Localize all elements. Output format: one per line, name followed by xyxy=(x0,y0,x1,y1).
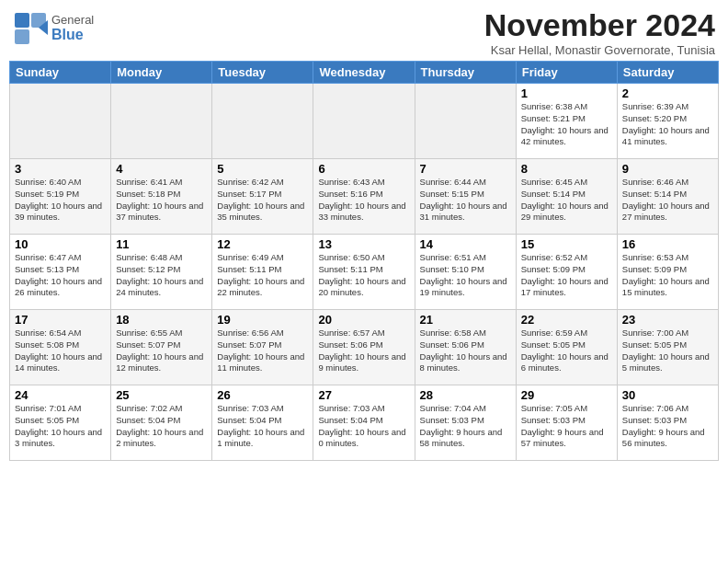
general-blue-icon xyxy=(13,11,48,46)
day-cell-26: 26Sunrise: 7:03 AM Sunset: 5:04 PM Dayli… xyxy=(212,385,313,461)
day-number: 29 xyxy=(521,388,612,402)
day-info: Sunrise: 7:02 AM Sunset: 5:04 PM Dayligh… xyxy=(116,403,207,450)
day-number: 17 xyxy=(15,313,106,327)
day-header-wednesday: Wednesday xyxy=(313,62,415,84)
month-title: November 2024 xyxy=(484,7,715,43)
day-cell-29: 29Sunrise: 7:05 AM Sunset: 5:03 PM Dayli… xyxy=(516,385,617,461)
day-number: 6 xyxy=(318,162,409,176)
day-info: Sunrise: 6:48 AM Sunset: 5:12 PM Dayligh… xyxy=(116,252,207,299)
day-number: 4 xyxy=(116,162,207,176)
empty-cell xyxy=(313,84,415,159)
day-info: Sunrise: 6:43 AM Sunset: 5:16 PM Dayligh… xyxy=(318,177,409,224)
svg-rect-0 xyxy=(15,13,29,28)
day-info: Sunrise: 6:38 AM Sunset: 5:21 PM Dayligh… xyxy=(521,101,612,148)
day-number: 28 xyxy=(420,388,511,402)
logo-general-text: General xyxy=(51,14,94,27)
day-number: 23 xyxy=(622,313,713,327)
day-number: 2 xyxy=(622,86,713,100)
day-header-monday: Monday xyxy=(111,62,212,84)
day-cell-4: 4Sunrise: 6:41 AM Sunset: 5:18 PM Daylig… xyxy=(111,159,212,235)
day-info: Sunrise: 6:46 AM Sunset: 5:14 PM Dayligh… xyxy=(622,177,713,224)
day-cell-22: 22Sunrise: 6:59 AM Sunset: 5:05 PM Dayli… xyxy=(516,310,617,385)
location-title: Ksar Hellal, Monastir Governorate, Tunis… xyxy=(484,43,715,57)
logo-blue-text: Blue xyxy=(51,27,94,43)
logo: General Blue xyxy=(13,11,94,46)
day-info: Sunrise: 6:54 AM Sunset: 5:08 PM Dayligh… xyxy=(15,327,106,374)
day-cell-16: 16Sunrise: 6:53 AM Sunset: 5:09 PM Dayli… xyxy=(617,235,718,310)
day-number: 22 xyxy=(521,313,612,327)
svg-rect-2 xyxy=(15,29,29,44)
day-cell-11: 11Sunrise: 6:48 AM Sunset: 5:12 PM Dayli… xyxy=(111,235,212,310)
day-cell-7: 7Sunrise: 6:44 AM Sunset: 5:15 PM Daylig… xyxy=(415,159,516,235)
day-cell-13: 13Sunrise: 6:50 AM Sunset: 5:11 PM Dayli… xyxy=(313,235,415,310)
day-cell-24: 24Sunrise: 7:01 AM Sunset: 5:05 PM Dayli… xyxy=(10,385,111,461)
day-info: Sunrise: 6:41 AM Sunset: 5:18 PM Dayligh… xyxy=(116,177,207,224)
empty-cell xyxy=(111,84,212,159)
day-cell-1: 1Sunrise: 6:38 AM Sunset: 5:21 PM Daylig… xyxy=(516,84,617,159)
day-cell-10: 10Sunrise: 6:47 AM Sunset: 5:13 PM Dayli… xyxy=(10,235,111,310)
day-info: Sunrise: 6:58 AM Sunset: 5:06 PM Dayligh… xyxy=(420,327,511,374)
empty-cell xyxy=(10,84,111,159)
day-number: 15 xyxy=(521,237,612,251)
day-header-friday: Friday xyxy=(516,62,617,84)
day-info: Sunrise: 6:45 AM Sunset: 5:14 PM Dayligh… xyxy=(521,177,612,224)
day-number: 21 xyxy=(420,313,511,327)
empty-cell xyxy=(415,84,516,159)
day-number: 16 xyxy=(622,237,713,251)
day-cell-23: 23Sunrise: 7:00 AM Sunset: 5:05 PM Dayli… xyxy=(617,310,718,385)
day-number: 12 xyxy=(217,237,308,251)
day-cell-2: 2Sunrise: 6:39 AM Sunset: 5:20 PM Daylig… xyxy=(617,84,718,159)
day-cell-27: 27Sunrise: 7:03 AM Sunset: 5:04 PM Dayli… xyxy=(313,385,415,461)
day-number: 26 xyxy=(217,388,308,402)
day-info: Sunrise: 7:06 AM Sunset: 5:03 PM Dayligh… xyxy=(622,403,713,450)
day-header-saturday: Saturday xyxy=(617,62,718,84)
day-number: 25 xyxy=(116,388,207,402)
day-cell-9: 9Sunrise: 6:46 AM Sunset: 5:14 PM Daylig… xyxy=(617,159,718,235)
day-number: 14 xyxy=(420,237,511,251)
day-info: Sunrise: 6:47 AM Sunset: 5:13 PM Dayligh… xyxy=(15,252,106,299)
empty-cell xyxy=(212,84,313,159)
day-cell-12: 12Sunrise: 6:49 AM Sunset: 5:11 PM Dayli… xyxy=(212,235,313,310)
day-info: Sunrise: 6:42 AM Sunset: 5:17 PM Dayligh… xyxy=(217,177,308,224)
day-number: 5 xyxy=(217,162,308,176)
day-info: Sunrise: 6:50 AM Sunset: 5:11 PM Dayligh… xyxy=(318,252,409,299)
day-cell-28: 28Sunrise: 7:04 AM Sunset: 5:03 PM Dayli… xyxy=(415,385,516,461)
day-info: Sunrise: 6:40 AM Sunset: 5:19 PM Dayligh… xyxy=(15,177,106,224)
day-cell-21: 21Sunrise: 6:58 AM Sunset: 5:06 PM Dayli… xyxy=(415,310,516,385)
day-info: Sunrise: 7:05 AM Sunset: 5:03 PM Dayligh… xyxy=(521,403,612,450)
day-info: Sunrise: 7:03 AM Sunset: 5:04 PM Dayligh… xyxy=(318,403,409,450)
day-info: Sunrise: 6:57 AM Sunset: 5:06 PM Dayligh… xyxy=(318,327,409,374)
day-number: 7 xyxy=(420,162,511,176)
day-info: Sunrise: 6:56 AM Sunset: 5:07 PM Dayligh… xyxy=(217,327,308,374)
calendar-table: SundayMondayTuesdayWednesdayThursdayFrid… xyxy=(9,61,719,461)
day-number: 1 xyxy=(521,86,612,100)
day-cell-17: 17Sunrise: 6:54 AM Sunset: 5:08 PM Dayli… xyxy=(10,310,111,385)
day-info: Sunrise: 6:49 AM Sunset: 5:11 PM Dayligh… xyxy=(217,252,308,299)
day-header-sunday: Sunday xyxy=(10,62,111,84)
day-number: 19 xyxy=(217,313,308,327)
title-section: November 2024 Ksar Hellal, Monastir Gove… xyxy=(484,7,715,57)
day-cell-14: 14Sunrise: 6:51 AM Sunset: 5:10 PM Dayli… xyxy=(415,235,516,310)
day-info: Sunrise: 6:44 AM Sunset: 5:15 PM Dayligh… xyxy=(420,177,511,224)
day-info: Sunrise: 6:59 AM Sunset: 5:05 PM Dayligh… xyxy=(521,327,612,374)
day-number: 13 xyxy=(318,237,409,251)
day-number: 10 xyxy=(15,237,106,251)
day-info: Sunrise: 6:51 AM Sunset: 5:10 PM Dayligh… xyxy=(420,252,511,299)
day-cell-30: 30Sunrise: 7:06 AM Sunset: 5:03 PM Dayli… xyxy=(617,385,718,461)
day-info: Sunrise: 6:39 AM Sunset: 5:20 PM Dayligh… xyxy=(622,101,713,148)
day-number: 8 xyxy=(521,162,612,176)
day-cell-19: 19Sunrise: 6:56 AM Sunset: 5:07 PM Dayli… xyxy=(212,310,313,385)
day-number: 18 xyxy=(116,313,207,327)
day-number: 24 xyxy=(15,388,106,402)
day-number: 27 xyxy=(318,388,409,402)
day-cell-8: 8Sunrise: 6:45 AM Sunset: 5:14 PM Daylig… xyxy=(516,159,617,235)
day-cell-6: 6Sunrise: 6:43 AM Sunset: 5:16 PM Daylig… xyxy=(313,159,415,235)
day-info: Sunrise: 7:00 AM Sunset: 5:05 PM Dayligh… xyxy=(622,327,713,374)
day-cell-25: 25Sunrise: 7:02 AM Sunset: 5:04 PM Dayli… xyxy=(111,385,212,461)
day-number: 20 xyxy=(318,313,409,327)
day-number: 11 xyxy=(116,237,207,251)
day-number: 9 xyxy=(622,162,713,176)
day-header-thursday: Thursday xyxy=(415,62,516,84)
day-number: 3 xyxy=(15,162,106,176)
day-info: Sunrise: 6:55 AM Sunset: 5:07 PM Dayligh… xyxy=(116,327,207,374)
